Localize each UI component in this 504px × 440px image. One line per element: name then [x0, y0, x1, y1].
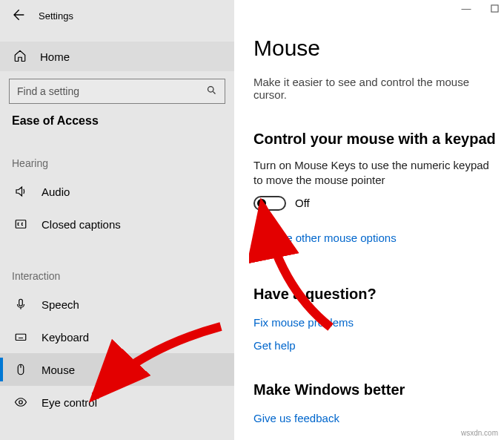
section-question-heading: Have a question? — [253, 286, 504, 303]
minimize-button[interactable]: — — [461, 3, 471, 13]
closed-captions-icon — [13, 217, 28, 231]
keyboard-icon — [13, 330, 28, 344]
sidebar-item-home[interactable]: Home — [0, 42, 234, 71]
nav-label: Closed captions — [42, 218, 121, 231]
group-hearing: Hearing — [0, 128, 234, 175]
link-change-other-mouse-options[interactable]: Change other mouse options — [253, 232, 504, 244]
svg-rect-6 — [491, 4, 497, 11]
svg-rect-2 — [19, 299, 23, 306]
home-label: Home — [40, 50, 70, 63]
link-get-help[interactable]: Get help — [253, 339, 504, 352]
svg-rect-1 — [16, 220, 26, 229]
back-arrow-icon[interactable] — [10, 7, 25, 24]
search-input[interactable] — [17, 85, 206, 97]
keypad-desc: Turn on Mouse Keys to use the numeric ke… — [253, 158, 491, 188]
home-icon — [13, 49, 27, 65]
sidebar-item-eye-control[interactable]: Eye control — [0, 386, 234, 418]
svg-point-5 — [19, 401, 23, 404]
group-interaction: Interaction — [0, 240, 234, 288]
nav-label: Eye control — [42, 396, 97, 409]
sidebar: Settings Home Ease of Access Hearing Aud… — [0, 0, 234, 440]
svg-point-0 — [208, 87, 214, 93]
section-better-heading: Make Windows better — [253, 381, 504, 398]
search-icon — [206, 85, 217, 98]
toggle-state-label: Off — [295, 197, 310, 209]
mouse-keys-toggle[interactable] — [253, 196, 286, 211]
sidebar-item-keyboard[interactable]: Keyboard — [0, 321, 234, 353]
nav-label: Audio — [42, 185, 70, 198]
app-title: Settings — [39, 10, 73, 22]
watermark: wsxdn.com — [461, 429, 498, 437]
page-title: Mouse — [253, 36, 504, 61]
maximize-button[interactable] — [489, 3, 500, 13]
nav-label: Keyboard — [42, 331, 89, 344]
category-label: Ease of Access — [0, 104, 234, 128]
content-pane: — Mouse Make it easier to see and contro… — [234, 0, 504, 440]
eye-icon — [13, 395, 28, 409]
mouse-icon — [13, 363, 28, 376]
link-fix-mouse-problems[interactable]: Fix mouse problems — [253, 316, 504, 329]
sidebar-item-closed-captions[interactable]: Closed captions — [0, 208, 234, 240]
section-keypad-heading: Control your mouse with a keypad — [253, 131, 504, 148]
toggle-knob — [257, 199, 266, 208]
audio-icon — [13, 185, 28, 198]
svg-rect-3 — [16, 334, 26, 340]
sidebar-item-mouse[interactable]: Mouse — [0, 353, 234, 386]
sidebar-item-audio[interactable]: Audio — [0, 175, 234, 208]
nav-label: Mouse — [42, 364, 75, 376]
link-give-feedback[interactable]: Give us feedback — [253, 412, 504, 424]
microphone-icon — [13, 298, 28, 311]
search-box[interactable] — [9, 79, 225, 104]
sidebar-item-speech[interactable]: Speech — [0, 288, 234, 321]
nav-label: Speech — [42, 298, 79, 311]
page-subtitle: Make it easier to see and control the mo… — [253, 76, 504, 101]
